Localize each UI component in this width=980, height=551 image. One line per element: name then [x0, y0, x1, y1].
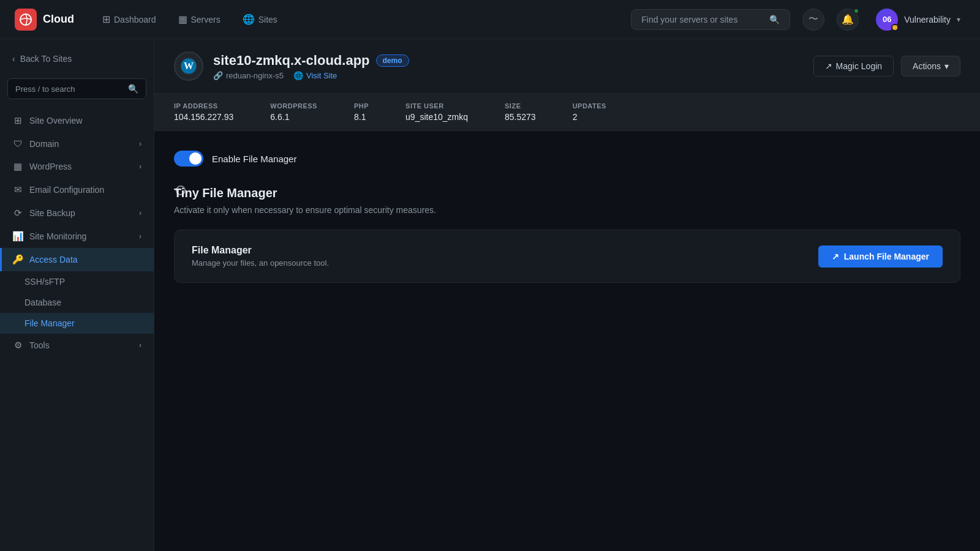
wordpress-label: WORDPRESS	[270, 102, 317, 110]
site-demo-badge: demo	[376, 54, 409, 67]
sites-icon: 🌐	[243, 13, 255, 25]
sidebar-item-email[interactable]: ✉ Email Configuration	[0, 178, 154, 201]
logo-icon	[15, 9, 37, 31]
sidebar-search-icon: 🔍	[128, 84, 138, 94]
actions-label: Actions	[913, 61, 941, 71]
nav-dashboard[interactable]: ⊞ Dashboard	[94, 9, 165, 30]
servers-icon: ▦	[178, 13, 187, 25]
sidebar-item-backup[interactable]: ⟳ Site Backup ›	[0, 201, 154, 225]
actions-chevron: ▾	[944, 61, 949, 71]
crown-badge: 👑	[891, 24, 899, 31]
content-body: Enable File Manager Tiny File Manager Ac…	[154, 131, 980, 302]
sidebar-search-placeholder: Press / to search	[15, 84, 75, 94]
sidebar-sub-item-file-manager[interactable]: File Manager	[0, 313, 154, 334]
wordpress-logo: W	[174, 51, 203, 81]
wordpress-chevron: ›	[139, 162, 141, 171]
logo[interactable]: Cloud	[15, 9, 74, 31]
visit-site-link[interactable]: Visit Site	[306, 71, 337, 80]
backup-chevron: ›	[139, 209, 141, 217]
search-placeholder: Find your servers or sites	[641, 15, 737, 24]
toggle-label: Enable File Manager	[212, 154, 296, 164]
notification-badge	[853, 8, 859, 14]
main-content: W site10-zmkq.x-cloud.app demo 🔗 reduan-…	[154, 39, 980, 551]
ssh-label: SSH/sFTP	[24, 277, 65, 287]
back-label: Back To Sites	[20, 54, 72, 64]
file-manager-card: File Manager Manage your files, an opens…	[174, 230, 960, 283]
launch-label: Launch File Manager	[844, 252, 929, 261]
enable-file-manager-row: Enable File Manager	[174, 151, 960, 167]
sidebar-sub-item-ssh[interactable]: SSH/sFTP	[0, 271, 154, 292]
site-title: site10-zmkq.x-cloud.app	[213, 53, 370, 69]
site-header-left: W site10-zmkq.x-cloud.app demo 🔗 reduan-…	[174, 51, 409, 81]
site-user-label: SITE USER	[405, 102, 468, 110]
wordpress-value: 6.6.1	[270, 112, 317, 122]
dashboard-icon: ⊞	[102, 13, 110, 25]
info-php: PHP 8.1	[354, 102, 369, 122]
site-header-actions: ↗ Magic Login Actions ▾	[813, 56, 960, 77]
site-server-meta: 🔗 reduan-nginx-s5	[213, 71, 284, 80]
ip-address-label: IP ADDRESS	[174, 102, 233, 110]
search-icon: 🔍	[769, 15, 780, 24]
back-to-sites[interactable]: ‹ Back To Sites	[0, 49, 154, 69]
info-ip-address: IP ADDRESS 104.156.227.93	[174, 102, 233, 122]
magic-login-label: Magic Login	[836, 61, 883, 71]
svg-text:W: W	[184, 61, 194, 71]
php-label: PHP	[354, 102, 369, 110]
card-desc: Manage your files, an opensource tool.	[192, 258, 329, 268]
domain-icon: 🛡	[12, 138, 23, 149]
sidebar-label-wordpress: WordPress	[29, 162, 133, 171]
site-header: W site10-zmkq.x-cloud.app demo 🔗 reduan-…	[154, 39, 980, 94]
database-label: Database	[24, 298, 61, 307]
tools-icon: ⚙	[12, 340, 23, 351]
nav-servers[interactable]: ▦ Servers	[170, 9, 229, 30]
bell-icon: 🔔	[842, 13, 854, 25]
info-size: SIZE 85.5273	[505, 102, 536, 122]
user-menu-chevron: ▾	[957, 15, 960, 24]
sidebar-label-tools: Tools	[29, 340, 133, 350]
info-wordpress: WORDPRESS 6.6.1	[270, 102, 317, 122]
global-search[interactable]: Find your servers or sites 🔍	[631, 9, 790, 30]
site-title-row: site10-zmkq.x-cloud.app demo	[213, 53, 409, 69]
site-meta: 🔗 reduan-nginx-s5 🌐 Visit Site	[213, 71, 409, 80]
back-icon: ‹	[12, 54, 15, 64]
info-updates: UPDATES 2	[573, 102, 606, 122]
sidebar-item-monitoring[interactable]: 📊 Site Monitoring ›	[0, 225, 154, 248]
activity-btn[interactable]: 〜	[802, 9, 824, 31]
sidebar-search[interactable]: Press / to search 🔍	[7, 78, 146, 99]
sidebar-item-tools[interactable]: ⚙ Tools ›	[0, 334, 154, 357]
logo-text: Cloud	[43, 13, 74, 26]
top-navigation: Cloud ⊞ Dashboard ▦ Servers 🌐 Sites Find…	[0, 0, 980, 39]
actions-button[interactable]: Actions ▾	[901, 56, 960, 77]
nav-sites[interactable]: 🌐 Sites	[234, 9, 286, 30]
card-title: File Manager	[192, 245, 329, 256]
sidebar-sub-item-database[interactable]: Database	[0, 292, 154, 313]
sidebar-label-backup: Site Backup	[29, 208, 133, 218]
sidebar-label-site-overview: Site Overview	[29, 116, 141, 126]
php-value: 8.1	[354, 112, 369, 122]
backup-icon: ⟳	[12, 208, 23, 219]
avatar: 06 👑	[876, 9, 898, 31]
sidebar-item-site-overview[interactable]: ⊞ Site Overview	[0, 109, 154, 132]
sidebar-label-email: Email Configuration	[29, 185, 141, 195]
enable-file-manager-toggle[interactable]	[174, 151, 203, 167]
access-data-icon: 🔑	[12, 254, 23, 265]
user-menu[interactable]: 06 👑 Vulnerability ▾	[871, 6, 965, 33]
sidebar-label-monitoring: Site Monitoring	[29, 231, 133, 241]
tools-chevron: ›	[139, 341, 141, 350]
info-site-user: SITE USER u9_site10_zmkq	[405, 102, 468, 122]
sidebar-item-wordpress[interactable]: ▦ WordPress ›	[0, 155, 154, 178]
notifications-btn[interactable]: 🔔	[837, 9, 859, 31]
magic-login-button[interactable]: ↗ Magic Login	[813, 56, 894, 77]
monitoring-chevron: ›	[139, 232, 141, 241]
sidebar-label-domain: Domain	[29, 139, 133, 149]
launch-file-manager-button[interactable]: ↗ Launch File Manager	[818, 246, 943, 268]
sidebar-item-access-data[interactable]: 🔑 Access Data	[0, 248, 154, 271]
sidebar-item-domain[interactable]: 🛡 Domain ›	[0, 132, 154, 155]
nav-sites-label: Sites	[258, 15, 277, 24]
site-visit-meta[interactable]: 🌐 Visit Site	[293, 71, 337, 80]
nav-dashboard-label: Dashboard	[114, 15, 156, 24]
magic-login-icon: ↗	[825, 61, 832, 71]
wordpress-icon: ▦	[12, 161, 23, 172]
nav-links: ⊞ Dashboard ▦ Servers 🌐 Sites	[94, 9, 286, 30]
globe-icon: 🌐	[293, 71, 303, 80]
